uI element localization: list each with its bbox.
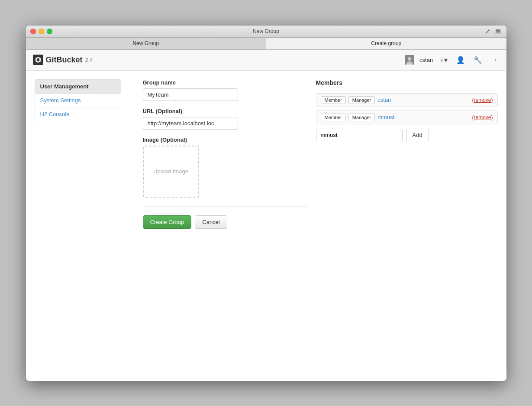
tab-create-group[interactable]: Create group: [266, 38, 506, 49]
url-input[interactable]: [143, 117, 238, 130]
tab-new-group[interactable]: New Group: [26, 38, 267, 49]
sidebar-item-h2-console[interactable]: H2 Console: [35, 107, 121, 121]
window-controls: [30, 29, 52, 34]
minimize-button[interactable]: [39, 29, 44, 34]
upload-image-text: Upload Image: [153, 168, 188, 175]
brand-name: GitBucket: [46, 55, 83, 65]
manager-button-cstan[interactable]: Manager: [348, 96, 375, 104]
title-bar: New Group ⤢ ▤: [26, 26, 506, 38]
add-member-input[interactable]: [316, 129, 403, 141]
member-button-cstan[interactable]: Member: [321, 96, 346, 104]
image-group: Image (Optional) Upload Image: [143, 136, 307, 198]
tab-bar: New Group Create group: [26, 38, 506, 50]
url-group: URL (Optional): [143, 108, 307, 130]
create-group-button[interactable]: Create Group: [143, 215, 192, 229]
create-dropdown-button[interactable]: +▾: [438, 55, 449, 65]
member-row: Member Manager mmust (remove): [316, 110, 498, 124]
title-bar-right: ⤢ ▤: [484, 27, 502, 35]
group-name-group: Group name: [143, 79, 307, 101]
sidebar-header: User Management: [35, 80, 121, 94]
brand-version: 2.4: [85, 57, 93, 63]
settings-button[interactable]: 🔧: [472, 55, 484, 65]
svg-point-1: [408, 57, 411, 61]
window-title: New Group: [253, 28, 279, 34]
app-window: New Group ⤢ ▤ New Group Create group Git…: [26, 26, 506, 381]
manager-button-mmust[interactable]: Manager: [348, 114, 375, 121]
members-title: Members: [316, 79, 498, 88]
group-name-label: Group name: [143, 79, 307, 86]
image-upload-box[interactable]: Upload Image: [143, 146, 199, 198]
member-button-mmust[interactable]: Member: [321, 114, 346, 121]
profile-button[interactable]: 👤: [455, 55, 467, 65]
member-name-cstan: cstan: [377, 97, 469, 103]
group-name-input[interactable]: [143, 88, 238, 101]
close-button[interactable]: [30, 29, 36, 34]
add-member-row: Add: [316, 129, 498, 141]
navbar: GitBucket 2.4 cstan +▾ 👤 🔧 →: [26, 50, 506, 71]
expand-icon[interactable]: ⤢: [484, 27, 492, 35]
brand: GitBucket 2.4: [33, 55, 93, 65]
form-area: Group name URL (Optional) Image (Optiona…: [134, 79, 316, 372]
wrench-icon: 🔧: [474, 56, 482, 64]
user-icon: 👤: [456, 56, 465, 64]
members-area: Members Member Manager cstan (remove) Me…: [316, 79, 498, 372]
member-name-mmust: mmust: [377, 114, 469, 120]
url-label: URL (Optional): [143, 108, 307, 114]
sidebar-item-system-settings[interactable]: System Settings: [35, 94, 121, 107]
divider: [143, 206, 307, 207]
add-member-button[interactable]: Add: [406, 129, 429, 141]
brand-icon: [33, 55, 43, 65]
maximize-button[interactable]: [47, 29, 52, 34]
remove-mmust[interactable]: (remove): [472, 114, 493, 120]
main-content: User Management System Settings H2 Conso…: [26, 71, 506, 381]
signout-icon: →: [491, 56, 498, 63]
form-buttons: Create Group Cancel: [143, 215, 307, 229]
signout-button[interactable]: →: [489, 55, 500, 65]
username: cstan: [419, 57, 433, 63]
sidebar-section: User Management System Settings H2 Conso…: [35, 79, 121, 121]
remove-cstan[interactable]: (remove): [472, 97, 493, 103]
sidebar-toggle-icon[interactable]: ▤: [494, 27, 502, 35]
navbar-right: cstan +▾ 👤 🔧 →: [405, 55, 499, 65]
sidebar: User Management System Settings H2 Conso…: [35, 79, 121, 372]
member-row: Member Manager cstan (remove): [316, 93, 498, 107]
image-label: Image (Optional): [143, 136, 307, 143]
cancel-button[interactable]: Cancel: [195, 215, 227, 229]
avatar: [405, 55, 414, 65]
